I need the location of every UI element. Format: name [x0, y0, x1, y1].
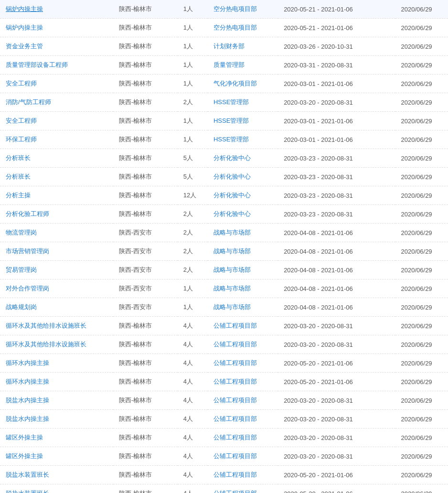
job-location: 陕西-榆林市 [113, 447, 178, 466]
job-title[interactable]: 物流管理岗 [0, 224, 113, 242]
job-title[interactable]: 脱盐水内操主操 [0, 410, 113, 429]
job-location: 陕西-榆林市 [113, 354, 178, 373]
job-location: 陕西-榆林市 [113, 0, 178, 19]
job-date: 2020/06/29 [395, 410, 448, 429]
job-location: 陕西-榆林市 [113, 205, 178, 224]
job-count: 5人 [178, 149, 208, 168]
job-dept[interactable]: 公辅工程项目部 [208, 373, 278, 391]
job-title[interactable]: 对外合作管理岗 [0, 279, 113, 298]
job-title[interactable]: 分析班长 [0, 168, 113, 186]
job-dept[interactable]: 公辅工程项目部 [208, 335, 278, 354]
job-location: 陕西-榆林市 [113, 335, 178, 354]
job-dept[interactable]: 公辅工程项目部 [208, 466, 278, 484]
job-dept[interactable]: 公辅工程项目部 [208, 354, 278, 373]
job-location: 陕西-榆林市 [113, 168, 178, 186]
job-dept[interactable]: 战略与市场部 [208, 261, 278, 279]
job-dept[interactable]: HSSE管理部 [208, 93, 278, 112]
table-row: 脱盐水内操主操 陕西-榆林市 4人 公辅工程项目部 2020-03-20 - 2… [0, 410, 448, 429]
job-dept[interactable]: 战略与市场部 [208, 279, 278, 298]
job-title[interactable]: 锅炉内操主操 [0, 19, 113, 37]
table-row: 安全工程师 陕西-榆林市 1人 气化净化项目部 2020-03-01 - 202… [0, 75, 448, 93]
job-count: 4人 [178, 391, 208, 410]
job-dept[interactable]: 战略与市场部 [208, 224, 278, 242]
job-dept[interactable]: 公辅工程项目部 [208, 391, 278, 410]
table-row: 消防/气防工程师 陕西-榆林市 2人 HSSE管理部 2020-03-20 - … [0, 93, 448, 112]
job-date: 2020/06/29 [395, 261, 448, 279]
job-dept[interactable]: 空分热电项目部 [208, 19, 278, 37]
job-title[interactable]: 脱盐水装置班长 [0, 484, 113, 493]
job-title[interactable]: 贸易管理岗 [0, 261, 113, 279]
job-count: 1人 [178, 56, 208, 75]
job-period: 2020-05-21 - 2021-01-06 [278, 0, 395, 19]
job-count: 1人 [178, 75, 208, 93]
job-date: 2020/06/29 [395, 298, 448, 317]
job-dept[interactable]: 分析化验中心 [208, 186, 278, 205]
job-title[interactable]: 环保工程师 [0, 130, 113, 149]
job-title[interactable]: 循环水及其他给排水设施班长 [0, 317, 113, 335]
job-period: 2020-03-01 - 2021-01-06 [278, 130, 395, 149]
job-title[interactable]: 循环水及其他给排水设施班长 [0, 335, 113, 354]
job-title[interactable]: 锅炉内操主操 [0, 0, 113, 19]
job-title[interactable]: 脱盐水装置班长 [0, 466, 113, 484]
job-period: 2020-03-01 - 2021-01-06 [278, 75, 395, 93]
job-dept[interactable]: 公辅工程项目部 [208, 410, 278, 429]
job-count: 2人 [178, 205, 208, 224]
job-dept[interactable]: 公辅工程项目部 [208, 317, 278, 335]
job-location: 陕西-榆林市 [113, 19, 178, 37]
job-dept[interactable]: 空分热电项目部 [208, 0, 278, 19]
job-dept[interactable]: 计划财务部 [208, 37, 278, 56]
job-location: 陕西-榆林市 [113, 149, 178, 168]
job-location: 陕西-榆林市 [113, 373, 178, 391]
job-date: 2020/06/29 [395, 130, 448, 149]
job-title[interactable]: 安全工程师 [0, 112, 113, 130]
job-dept[interactable]: 公辅工程项目部 [208, 447, 278, 466]
job-title[interactable]: 质量管理部设备工程师 [0, 56, 113, 75]
job-count: 5人 [178, 168, 208, 186]
job-period: 2020-03-26 - 2020-10-31 [278, 37, 395, 56]
job-date: 2020/06/29 [395, 466, 448, 484]
job-period: 2020-04-08 - 2021-01-06 [278, 261, 395, 279]
job-date: 2020/06/29 [395, 37, 448, 56]
job-dept[interactable]: 战略与市场部 [208, 242, 278, 261]
job-title[interactable]: 脱盐水内操主操 [0, 391, 113, 410]
job-count: 2人 [178, 242, 208, 261]
job-title[interactable]: 罐区外操主操 [0, 447, 113, 466]
job-list-container: 锅炉内操主操 陕西-榆林市 1人 空分热电项目部 2020-05-21 - 20… [0, 0, 448, 493]
job-dept[interactable]: 分析化验中心 [208, 149, 278, 168]
table-row: 物流管理岗 陕西-西安市 2人 战略与市场部 2020-04-08 - 2021… [0, 224, 448, 242]
job-count: 1人 [178, 37, 208, 56]
table-row: 贸易管理岗 陕西-西安市 2人 战略与市场部 2020-04-08 - 2021… [0, 261, 448, 279]
job-count: 1人 [178, 19, 208, 37]
job-location: 陕西-榆林市 [113, 75, 178, 93]
job-title[interactable]: 分析班长 [0, 149, 113, 168]
job-title[interactable]: 罐区外操主操 [0, 429, 113, 447]
table-row: 市场营销管理岗 陕西-西安市 2人 战略与市场部 2020-04-08 - 20… [0, 242, 448, 261]
job-dept[interactable]: 公辅工程项目部 [208, 429, 278, 447]
job-period: 2020-03-20 - 2020-08-31 [278, 429, 395, 447]
job-title[interactable]: 分析化验工程师 [0, 205, 113, 224]
job-title[interactable]: 资金业务主管 [0, 37, 113, 56]
job-title[interactable]: 循环水内操主操 [0, 354, 113, 373]
job-location: 陕西-榆林市 [113, 429, 178, 447]
job-title[interactable]: 消防/气防工程师 [0, 93, 113, 112]
job-period: 2020-03-23 - 2020-08-31 [278, 186, 395, 205]
job-dept[interactable]: 分析化验中心 [208, 205, 278, 224]
job-title[interactable]: 分析主操 [0, 186, 113, 205]
job-count: 4人 [178, 354, 208, 373]
job-dept[interactable]: 公辅工程项目部 [208, 484, 278, 493]
job-dept[interactable]: HSSE管理部 [208, 130, 278, 149]
job-date: 2020/06/29 [395, 93, 448, 112]
job-dept[interactable]: 分析化验中心 [208, 168, 278, 186]
job-dept[interactable]: 质量管理部 [208, 56, 278, 75]
job-title[interactable]: 市场营销管理岗 [0, 242, 113, 261]
job-date: 2020/06/29 [395, 447, 448, 466]
job-dept[interactable]: 气化净化项目部 [208, 75, 278, 93]
job-dept[interactable]: 战略与市场部 [208, 298, 278, 317]
job-period: 2020-03-23 - 2020-08-31 [278, 149, 395, 168]
job-dept[interactable]: HSSE管理部 [208, 112, 278, 130]
job-location: 陕西-榆林市 [113, 130, 178, 149]
job-title[interactable]: 循环水内操主操 [0, 373, 113, 391]
job-title[interactable]: 战略规划岗 [0, 298, 113, 317]
job-count: 4人 [178, 373, 208, 391]
job-title[interactable]: 安全工程师 [0, 75, 113, 93]
